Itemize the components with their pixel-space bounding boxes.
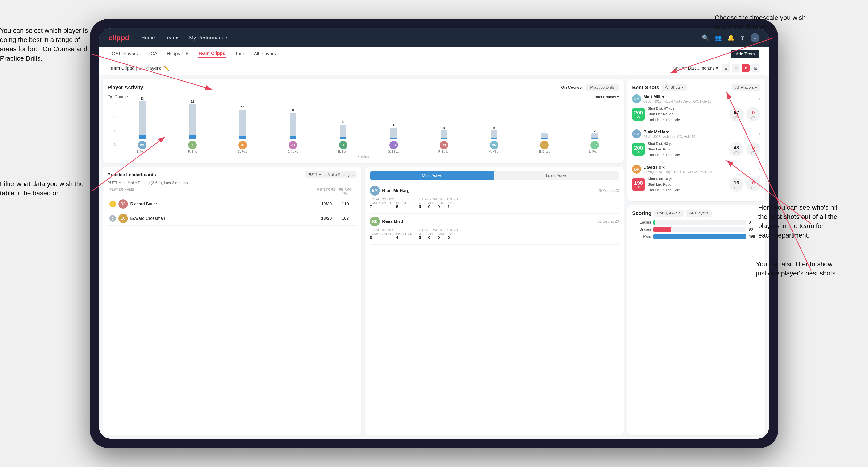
shot-stat-4: 0 yds bbox=[746, 142, 761, 156]
stats-row-1: Total Rounds Tournament 7 Practice bbox=[370, 197, 619, 209]
active-player-header-1: BM Blair McHarg 26 Aug 2023 bbox=[370, 186, 619, 195]
shot-details-row-3: 198 SG Shot Dist: 16 yds Start Lie: Roug… bbox=[632, 176, 761, 193]
show-label: Show: bbox=[673, 66, 685, 71]
tablet-frame: clippd Home Teams My Performance 🔍 👥 🔔 ⊕… bbox=[90, 19, 778, 448]
subnav-all-players[interactable]: All Players bbox=[254, 51, 276, 57]
most-active-card: Most Active Least Active BM Blair McHarg… bbox=[365, 167, 624, 435]
all-shots-filter[interactable]: All Shots ▾ bbox=[661, 84, 687, 91]
scoring-title: Scoring bbox=[632, 210, 651, 216]
bars-container: 13 BM B. McHarg 12 bbox=[118, 108, 619, 153]
nav-my-performance[interactable]: My Performance bbox=[189, 35, 227, 41]
annotation-bottom-right: Here you can see who's hitthe best shots… bbox=[758, 203, 837, 240]
leaderboard-row-1[interactable]: 1 RB Richard Butler 19/20 110 bbox=[107, 197, 356, 211]
most-active-btn[interactable]: Most Active bbox=[370, 172, 494, 180]
nav-teams[interactable]: Teams bbox=[164, 35, 180, 41]
scoring-card: Scoring Par 3, 4 & 5s All Players Eagles… bbox=[627, 205, 765, 435]
practice-filter-btn[interactable]: PUTT Must Make Putting ... bbox=[305, 172, 356, 178]
active-player-name-1: Blair McHarg bbox=[382, 188, 598, 193]
nav-home[interactable]: Home bbox=[141, 35, 155, 41]
scoring-header: Scoring Par 3, 4 & 5s All Players bbox=[632, 210, 761, 217]
heart-view-btn[interactable]: ♥ bbox=[742, 64, 750, 72]
avatar[interactable]: U bbox=[750, 33, 760, 42]
stat-label-activities-2: Total Practice Activities bbox=[418, 228, 464, 232]
on-course-toggle[interactable]: On Course bbox=[557, 84, 586, 91]
least-active-btn[interactable]: Least Active bbox=[494, 172, 619, 180]
scoring-players-filter[interactable]: All Players bbox=[686, 210, 711, 217]
shot-stat-5: 16 yds bbox=[729, 177, 743, 191]
list-view-btn[interactable]: ≡ bbox=[732, 64, 740, 72]
chevron-down-icon: ▾ bbox=[682, 85, 684, 90]
shot-card-3[interactable]: DF David Ford 24 Aug 2023 · Royal North … bbox=[632, 161, 761, 196]
practice-drills-toggle[interactable]: Practice Drills bbox=[586, 84, 619, 91]
bar-chart: 15 10 5 0 13 bbox=[107, 101, 619, 153]
best-shots-header: Best Shots All Shots ▾ All Players ▾ bbox=[632, 84, 761, 91]
bar-group-lrobertson: 2 LR L. Robert bbox=[570, 129, 619, 153]
plus-icon[interactable]: ⊕ bbox=[740, 34, 745, 41]
add-team-button[interactable]: Add Team bbox=[731, 50, 760, 59]
view-icons: ⊞ ≡ ♥ ⊟ bbox=[722, 64, 760, 72]
subnav-pgat[interactable]: PGAT Players bbox=[108, 51, 138, 57]
avatar-lrobertson: LR bbox=[590, 141, 599, 149]
shot-player-meta-1: 09 Jun 2023 · Royal North Devon GC, Hole… bbox=[644, 99, 759, 103]
sub-nav: PGAT Players PGA Hcaps 1-5 Team Clippd T… bbox=[99, 47, 769, 61]
shot-card-1[interactable]: MM Matt Miller 09 Jun 2023 · Royal North… bbox=[632, 91, 761, 126]
bar-highlight-gbillingham bbox=[390, 137, 397, 139]
avatar-mmiller: MM bbox=[490, 141, 498, 149]
scoring-row-birdies: Birdies 96 bbox=[632, 227, 761, 232]
chevron-right-icon: › bbox=[759, 131, 761, 137]
chevron-right-icon: › bbox=[759, 96, 761, 102]
search-icon[interactable]: 🔍 bbox=[702, 34, 709, 41]
stat-practice-val-1: 6 bbox=[396, 205, 412, 209]
par-filter-btn[interactable]: Par 3, 4 & 5s bbox=[654, 210, 684, 217]
shot-info-3: Shot Dist: 16 yds Start Lie: Rough End L… bbox=[648, 176, 726, 193]
team-header: Team Clippd | 14 Players ✏️ Show: Last 3… bbox=[99, 61, 769, 75]
show-select[interactable]: Last 3 months ▾ bbox=[688, 66, 718, 71]
chart-filter[interactable]: Total Rounds ▾ bbox=[594, 95, 619, 99]
x-axis-label: Players bbox=[107, 154, 619, 158]
avatar-eebert: EE bbox=[339, 141, 347, 149]
grid-view-btn[interactable]: ⊞ bbox=[722, 64, 730, 72]
users-icon[interactable]: 👥 bbox=[715, 34, 722, 41]
stat-tournament-val-1: 7 bbox=[370, 205, 391, 209]
shot-stat-1: 67 yds bbox=[729, 107, 743, 121]
shot-player-row-2: BM Blair McHarg 23 Jul 2023 · Ashridge G… bbox=[632, 129, 761, 138]
bar-dford bbox=[239, 110, 246, 139]
logo: clippd bbox=[108, 34, 129, 42]
active-player-name-2: Rees Britt bbox=[382, 219, 597, 224]
bell-icon[interactable]: 🔔 bbox=[727, 34, 735, 41]
activity-toggle-group: On Course Practice Drills bbox=[557, 84, 619, 91]
chart-row: On Course Total Rounds ▾ bbox=[107, 95, 619, 99]
annotation-bottom-right2: You can also filter to showjust one play… bbox=[756, 259, 837, 278]
all-players-filter[interactable]: All Players ▾ bbox=[732, 84, 761, 91]
main-content: Player Activity On Course Practice Drill… bbox=[99, 75, 769, 439]
shot-details-row-1: 200 SG Shot Dist: 67 yds Start Lie: Roug… bbox=[632, 106, 761, 123]
team-name: Team Clippd | 14 Players bbox=[108, 66, 161, 71]
bar-group-rbritt: 12 RB R. Britt bbox=[168, 100, 217, 153]
bar-group-mmiller: 3 MM M. Miller bbox=[470, 126, 518, 153]
subnav-pga[interactable]: PGA bbox=[148, 51, 157, 57]
shot-info-1: Shot Dist: 67 yds Start Lie: Rough End L… bbox=[648, 106, 726, 123]
birdies-bar-track bbox=[653, 227, 746, 232]
bar-bmcharg bbox=[139, 101, 146, 139]
shot-player-name-1: Matt Miller bbox=[644, 95, 759, 99]
stat-label-activities-1: Total Practice Activities bbox=[418, 197, 464, 201]
shot-details-row-2: 200 SG Shot Dist: 43 yds Start Lie: Roug… bbox=[632, 141, 761, 158]
eagles-label: Eagles bbox=[632, 220, 651, 224]
subnav-tour[interactable]: Tour bbox=[235, 51, 244, 57]
player-lb-avatar-1: RB bbox=[118, 199, 128, 209]
chevron-down-icon: ▾ bbox=[617, 95, 619, 99]
avatar-rbritt: RB bbox=[188, 141, 197, 149]
active-player-card-1: BM Blair McHarg 26 Aug 2023 Total Rounds bbox=[370, 183, 619, 214]
player-lb-name-2: Edward Crossman bbox=[130, 216, 317, 221]
subnav-team-clippd[interactable]: Team Clippd bbox=[198, 51, 226, 58]
shot-card-2[interactable]: BM Blair McHarg 23 Jul 2023 · Ashridge G… bbox=[632, 126, 761, 161]
shot-badge-3: 198 SG bbox=[632, 178, 645, 191]
subnav-hcaps[interactable]: Hcaps 1-5 bbox=[167, 51, 188, 57]
edit-icon[interactable]: ✏️ bbox=[164, 66, 169, 71]
shot-badge-1: 200 SG bbox=[632, 108, 645, 121]
filter-view-btn[interactable]: ⊟ bbox=[751, 64, 760, 72]
shot-avatar-3: DF bbox=[632, 165, 641, 174]
birdies-bar-fill bbox=[653, 227, 671, 232]
leaderboard-row-2[interactable]: 2 EC Edward Crossman 18/20 107 bbox=[107, 211, 356, 226]
annotation-mid-left-text: Filter what data you wish thetable to be… bbox=[0, 180, 84, 197]
